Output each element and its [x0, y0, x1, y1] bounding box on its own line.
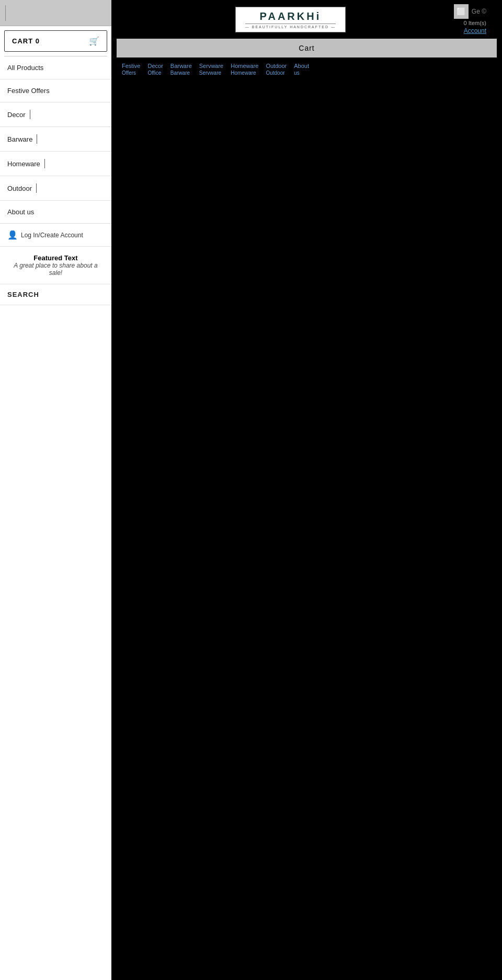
featured-subtitle: A great place to share about a sale! — [7, 262, 104, 276]
sidebar-item-festive-offers[interactable]: Festive Offers — [0, 79, 111, 102]
nav-barware-sub[interactable]: Barware — [170, 70, 192, 76]
sidebar-item-outdoor[interactable]: Outdoor — [0, 176, 111, 201]
nav-col-decor: Decor Office — [147, 63, 163, 76]
expand-bar-icon — [30, 110, 30, 119]
sidebar-item-barware[interactable]: Barware — [0, 127, 111, 152]
nav-col-outdoor: Outdoor Outdoor — [266, 63, 287, 76]
nav-col-barware: Barware Barware — [170, 63, 192, 76]
cart-label: CART 0 — [12, 37, 40, 45]
sidebar-item-label: Festive Offers — [7, 87, 50, 95]
sidebar-item-label: Barware — [7, 135, 32, 143]
header-right: ⬜ Ge © 0 Item(s) Account — [454, 4, 486, 34]
nav-decor-top[interactable]: Decor — [147, 63, 163, 69]
nav-col-homeware: Homeware Homeware — [231, 63, 258, 76]
main-content — [111, 79, 502, 915]
nav-about-top[interactable]: About — [294, 63, 309, 69]
logo-box: PAARKHi — BEAUTIFULLY HANDCRAFTED — — [235, 7, 346, 32]
sidebar-search[interactable]: SEARCH — [0, 284, 111, 305]
sidebar-item-label: About us — [7, 208, 34, 216]
nav-outdoor-sub[interactable]: Outdoor — [266, 70, 287, 76]
nav-about-sub[interactable]: us — [294, 70, 309, 76]
header-icon-links: Ge © — [472, 8, 486, 15]
nav-col-servware: Servware Servware — [199, 63, 223, 76]
main-area: PAARKHi — BEAUTIFULLY HANDCRAFTED — ⬜ Ge… — [111, 0, 502, 980]
nav-servware-sub[interactable]: Servware — [199, 70, 223, 76]
sidebar-featured: Featured Text A great place to share abo… — [0, 247, 111, 284]
nav-outdoor-top[interactable]: Outdoor — [266, 63, 287, 69]
account-label: Log In/Create Account — [21, 232, 83, 239]
sidebar-item-all-products[interactable]: All Products — [0, 56, 111, 79]
sidebar-account[interactable]: 👤 Log In/Create Account — [0, 224, 111, 247]
account-icon: 👤 — [7, 230, 18, 240]
nav-homeware-top[interactable]: Homeware — [231, 63, 258, 69]
header-top: PAARKHi — BEAUTIFULLY HANDCRAFTED — ⬜ Ge… — [117, 0, 497, 37]
expand-bar-icon — [44, 159, 45, 168]
sidebar-item-decor[interactable]: Decor — [0, 102, 111, 127]
logo-area: PAARKHi — BEAUTIFULLY HANDCRAFTED — — [127, 7, 454, 32]
nav-decor-sub[interactable]: Office — [147, 70, 163, 76]
sidebar-item-label: Decor — [7, 111, 26, 119]
nav-servware-top[interactable]: Servware — [199, 63, 223, 69]
sidebar: CART 0 🛒 All Products Festive Offers Dec… — [0, 0, 111, 980]
search-icon: ⬜ — [457, 7, 465, 16]
cart-bar[interactable]: CART 0 🛒 — [4, 30, 107, 52]
sidebar-bar-line — [5, 5, 6, 21]
nav-bar: Festive Offers Decor Office Barware Barw… — [117, 60, 497, 79]
sidebar-item-homeware[interactable]: Homeware — [0, 152, 111, 176]
nav-festive-sub[interactable]: Offers — [122, 70, 140, 76]
header-icons: ⬜ Ge © — [454, 4, 486, 19]
cart-icon: 🛒 — [89, 36, 99, 46]
items-count: 0 Item(s) — [464, 20, 486, 26]
nav-homeware-sub[interactable]: Homeware — [231, 70, 258, 76]
header-search-button[interactable]: ⬜ — [454, 4, 469, 19]
header-account-link[interactable]: Account — [464, 27, 486, 34]
sidebar-item-about[interactable]: About us — [0, 201, 111, 224]
cart-button-main[interactable]: Cart — [117, 39, 497, 57]
logo-sub: — BEAUTIFULLY HANDCRAFTED — — [245, 24, 336, 29]
sidebar-item-label: Homeware — [7, 160, 40, 168]
sidebar-item-label: All Products — [7, 64, 43, 72]
sidebar-top-bar — [0, 0, 111, 26]
logo-main: PAARKHi — [245, 10, 336, 22]
expand-bar-icon — [36, 183, 37, 193]
featured-title: Featured Text — [7, 254, 104, 262]
nav-festive-top[interactable]: Festive — [122, 63, 140, 69]
nav-col-festive: Festive Offers — [122, 63, 140, 76]
nav-barware-top[interactable]: Barware — [170, 63, 192, 69]
sidebar-item-label: Outdoor — [7, 185, 32, 192]
nav-col-about: About us — [294, 63, 309, 76]
expand-bar-icon — [37, 134, 37, 144]
header: PAARKHi — BEAUTIFULLY HANDCRAFTED — ⬜ Ge… — [111, 0, 502, 79]
